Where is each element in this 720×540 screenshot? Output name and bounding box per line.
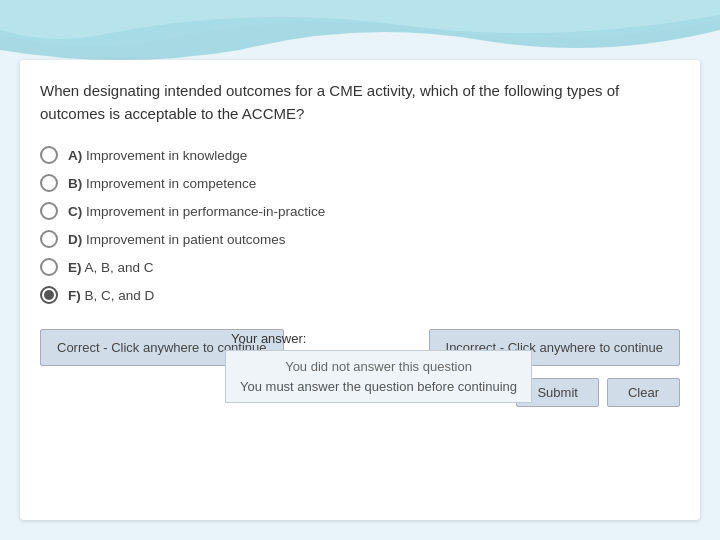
clear-button[interactable]: Clear (607, 378, 680, 407)
option-b-label: B) Improvement in competence (68, 176, 256, 191)
radio-f[interactable] (40, 286, 58, 304)
main-card: When designating intended outcomes for a… (20, 60, 700, 520)
radio-d[interactable] (40, 230, 58, 248)
option-a[interactable]: A) Improvement in knowledge (40, 141, 680, 169)
option-a-label: A) Improvement in knowledge (68, 148, 247, 163)
your-answer-label: Your answer: (225, 329, 532, 348)
option-e-label: E) A, B, and C (68, 260, 154, 275)
option-e[interactable]: E) A, B, and C (40, 253, 680, 281)
radio-c[interactable] (40, 202, 58, 220)
tooltip-box: You did not answer this question You mus… (225, 350, 532, 403)
tooltip-line2: You must answer the question before cont… (240, 379, 517, 394)
radio-b[interactable] (40, 174, 58, 192)
option-d[interactable]: D) Improvement in patient outcomes (40, 225, 680, 253)
tooltip-line1: You did not answer this question (240, 359, 517, 374)
option-f-label: F) B, C, and D (68, 288, 154, 303)
option-b[interactable]: B) Improvement in competence (40, 169, 680, 197)
option-d-label: D) Improvement in patient outcomes (68, 232, 286, 247)
option-f[interactable]: F) B, C, and D (40, 281, 680, 309)
option-c-label: C) Improvement in performance-in-practic… (68, 204, 325, 219)
answer-options: A) Improvement in knowledge B) Improveme… (40, 141, 680, 309)
radio-e[interactable] (40, 258, 58, 276)
radio-a[interactable] (40, 146, 58, 164)
question-text: When designating intended outcomes for a… (40, 80, 680, 125)
option-c[interactable]: C) Improvement in performance-in-practic… (40, 197, 680, 225)
